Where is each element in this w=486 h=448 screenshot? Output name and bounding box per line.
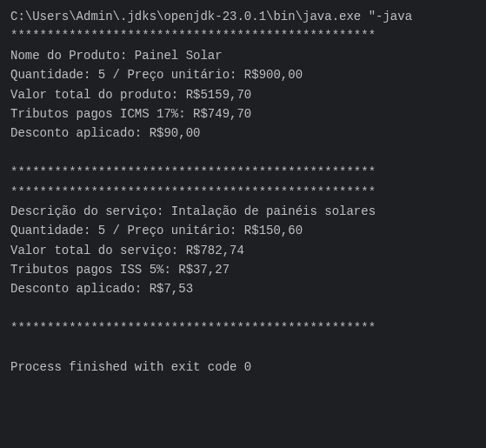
service-taxes-line: Tributos pagos ISS 5%: R$37,27	[10, 260, 476, 279]
product-taxes-line: Tributos pagos ICMS 17%: R$749,70	[10, 104, 476, 124]
command-line: C:\Users\Admin\.jdks\openjdk-23.0.1\bin\…	[10, 7, 476, 26]
separator-line: ****************************************…	[10, 318, 476, 338]
separator-line: ****************************************…	[10, 163, 476, 182]
product-discount-line: Desconto aplicado: R$90,00	[10, 124, 476, 143]
service-total-line: Valor total do serviço: R$782,74	[10, 241, 476, 260]
blank-line	[10, 338, 476, 358]
blank-line	[10, 144, 476, 163]
product-name-line: Nome do Produto: Painel Solar	[10, 46, 476, 65]
product-total-line: Valor total do produto: R$5159,70	[10, 85, 476, 104]
separator-line: ****************************************…	[10, 26, 476, 45]
service-discount-line: Desconto aplicado: R$7,53	[10, 279, 476, 298]
product-quantity-price-line: Quantidade: 5 / Preço unitário: R$900,00	[10, 65, 476, 84]
service-quantity-price-line: Quantidade: 5 / Preço unitário: R$150,60	[10, 221, 476, 240]
exit-message-line: Process finished with exit code 0	[10, 358, 476, 377]
service-description-line: Descrição do serviço: Intalação de painé…	[10, 202, 476, 221]
separator-line: ****************************************…	[10, 183, 476, 202]
blank-line	[10, 299, 476, 318]
